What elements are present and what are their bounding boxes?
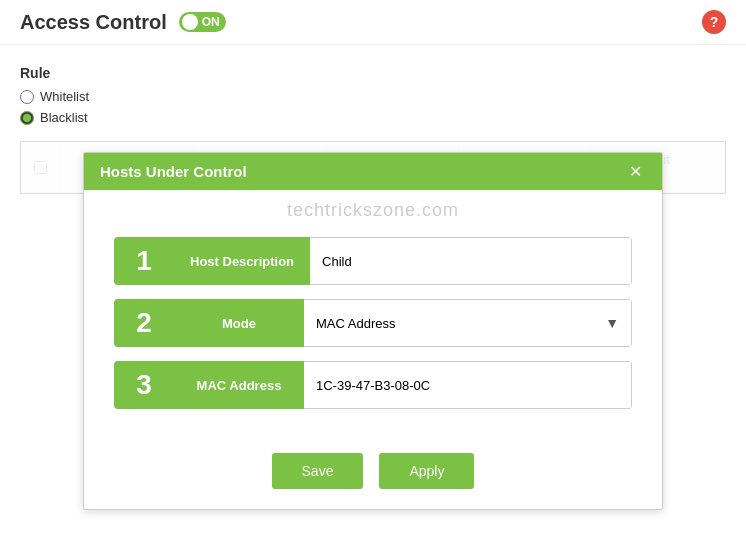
whitelist-label: Whitelist <box>40 89 89 104</box>
modal-body: 1 Host Description 2 Mode MAC Address <box>84 227 662 443</box>
form-row-host-description: 1 Host Description <box>114 237 632 285</box>
rule-label: Rule <box>20 65 726 81</box>
hosts-under-control-modal: Hosts Under Control ✕ techtrickszone.com… <box>83 152 663 510</box>
modal-title: Hosts Under Control <box>100 163 247 180</box>
form-row-label-host-description: Host Description <box>174 237 310 285</box>
hosts-table: Description Hosts Under Control Target S… <box>20 141 726 194</box>
form-row-number-1: 1 <box>114 237 174 285</box>
mac-address-input[interactable] <box>304 361 632 409</box>
form-row-mode: 2 Mode MAC Address IP Address ▼ <box>114 299 632 347</box>
whitelist-radio[interactable] <box>20 90 34 104</box>
mode-select[interactable]: MAC Address IP Address <box>304 306 631 341</box>
form-row-number-2: 2 <box>114 299 174 347</box>
whitelist-radio-item[interactable]: Whitelist <box>20 89 726 104</box>
page-title: Access Control <box>20 11 167 34</box>
blacklist-label: Blacklist <box>40 110 88 125</box>
form-row-mac: 3 MAC Address <box>114 361 632 409</box>
blacklist-radio-item[interactable]: Blacklist <box>20 110 726 125</box>
rule-section: Rule Whitelist Blacklist <box>20 65 726 125</box>
header-left: Access Control ON <box>20 11 226 34</box>
host-description-input[interactable] <box>310 237 632 285</box>
header: Access Control ON ? <box>0 0 746 45</box>
content-area: Rule Whitelist Blacklist Description Hos <box>0 45 746 214</box>
modal-footer: Save Apply <box>84 443 662 509</box>
modal-header: Hosts Under Control ✕ <box>84 153 662 190</box>
page-container: Access Control ON ? Rule Whitelist Black… <box>0 0 746 536</box>
apply-button[interactable]: Apply <box>379 453 474 489</box>
access-control-toggle[interactable]: ON <box>179 12 226 32</box>
help-icon[interactable]: ? <box>702 10 726 34</box>
blacklist-radio[interactable] <box>20 111 34 125</box>
form-row-label-mode: Mode <box>174 299 304 347</box>
rule-radio-group: Whitelist Blacklist <box>20 89 726 125</box>
form-row-number-3: 3 <box>114 361 174 409</box>
mode-select-wrapper: MAC Address IP Address ▼ <box>304 299 632 347</box>
save-button[interactable]: Save <box>272 453 364 489</box>
modal-overlay: Hosts Under Control ✕ techtrickszone.com… <box>21 142 725 193</box>
modal-close-button[interactable]: ✕ <box>625 164 646 180</box>
form-row-label-mac: MAC Address <box>174 361 304 409</box>
watermark-text: techtrickszone.com <box>84 190 662 227</box>
toggle-circle <box>182 14 198 30</box>
toggle-label: ON <box>202 15 220 29</box>
